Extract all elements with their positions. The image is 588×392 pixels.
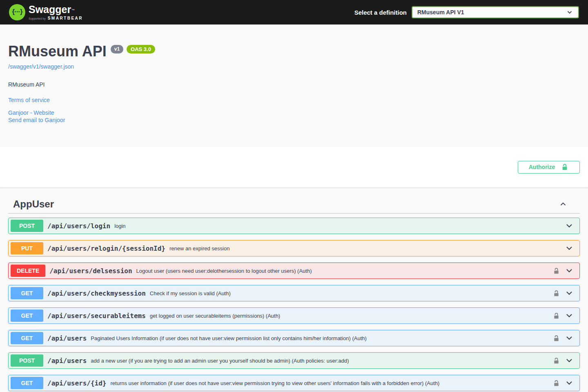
operation-row[interactable]: GET /api/users/{id} returns user informa… [8, 375, 580, 391]
tag-title: AppUser [13, 198, 54, 210]
lock-button[interactable] [552, 312, 560, 320]
tag-section: AppUser POST /api/users/login login PUT … [0, 187, 588, 392]
unlock-icon [552, 379, 560, 387]
method-badge: GET [11, 377, 43, 389]
operation-row[interactable]: DELETE /api/users/delsession Logout user… [8, 263, 580, 279]
scheme-container: Authorize [0, 147, 588, 187]
oas-badge: OAS 3.0 [127, 45, 155, 53]
selected-definition-value: RMuseum API V1 [417, 9, 464, 16]
unlock-icon [552, 290, 560, 297]
endpoint-path: /api/users/relogin/{sessionId} [47, 245, 165, 252]
chevron-down-icon[interactable] [565, 334, 574, 343]
unlock-icon [552, 357, 560, 365]
endpoint-summary: add a new user (if you are trying to add… [91, 358, 349, 364]
method-badge: POST [11, 220, 43, 232]
swagger-wordmark: Swagger ™ Supported by SMARTBEAR [29, 4, 83, 20]
chevron-up-icon [559, 200, 567, 208]
endpoint-path: /api/users/checkmysession [47, 290, 146, 297]
collapse-section-button[interactable] [559, 200, 579, 208]
brand-name: Swagger [29, 4, 71, 16]
swagger-logo: {···} Swagger ™ Supported by SMARTBEAR [9, 4, 83, 20]
website-link[interactable]: Ganjoor - Website [8, 109, 580, 116]
method-badge: PUT [11, 242, 43, 254]
lock-button[interactable] [552, 267, 560, 275]
chevron-down-icon[interactable] [565, 379, 574, 388]
page-title: RMuseum API [8, 43, 107, 60]
endpoint-path: /api/users [47, 334, 87, 342]
endpoint-path: /api/users/login [47, 222, 110, 230]
chevron-down-icon[interactable] [565, 266, 574, 275]
method-badge: GET [11, 310, 43, 322]
operations-list: POST /api/users/login login PUT /api/use… [8, 218, 580, 392]
select-definition-label: Select a definition [354, 9, 407, 16]
authorize-button[interactable]: Authorize [518, 161, 580, 174]
topbar: {···} Swagger ™ Supported by SMARTBEAR S… [0, 0, 588, 24]
api-info-section: RMuseum API v1 OAS 3.0 /swagger/v1/swagg… [0, 24, 588, 147]
chevron-down-icon[interactable] [565, 289, 574, 298]
operation-row[interactable]: POST /api/users add a new user (if you a… [8, 352, 580, 369]
unlock-icon [552, 334, 560, 342]
unlock-icon [552, 312, 560, 320]
operation-row[interactable]: PUT /api/users/relogin/{sessionId} renew… [8, 240, 580, 256]
endpoint-summary: Check if my session is valid (Auth) [150, 290, 231, 296]
swagger-logo-icon: {···} [9, 4, 25, 20]
authorize-label: Authorize [529, 164, 555, 170]
tag-header-appuser[interactable]: AppUser [8, 198, 580, 214]
endpoint-path: /api/users/securableitems [47, 312, 146, 320]
smartbear-wordmark: SMARTBEAR [48, 16, 83, 20]
endpoint-summary: Paginated Users Information (if user doe… [91, 335, 367, 341]
endpoint-summary: renew an expired session [169, 245, 229, 252]
lock-button[interactable] [552, 290, 560, 297]
chevron-down-icon [566, 9, 573, 16]
lock-button[interactable] [552, 334, 560, 342]
version-badge: v1 [111, 45, 123, 53]
terms-of-service-link[interactable]: Terms of service [8, 97, 50, 103]
method-badge: GET [11, 287, 43, 299]
trademark-symbol: ™ [71, 6, 75, 16]
spec-url-link[interactable]: /swagger/v1/swagger.json [8, 63, 74, 70]
email-link[interactable]: Send email to Ganjoor [8, 116, 580, 124]
operation-row[interactable]: POST /api/users/login login [8, 218, 580, 234]
endpoint-summary: login [114, 223, 125, 229]
method-badge: DELETE [11, 265, 45, 277]
chevron-down-icon[interactable] [565, 356, 574, 365]
api-description: RMuseum API [8, 81, 580, 88]
method-badge: POST [11, 354, 43, 367]
endpoint-path: /api/users/delsession [49, 267, 132, 275]
endpoint-path: /api/users [47, 357, 87, 365]
braces-icon: {···} [12, 8, 22, 16]
method-badge: GET [11, 332, 43, 344]
unlock-icon [552, 267, 560, 275]
lock-button[interactable] [552, 379, 560, 387]
chevron-down-icon[interactable] [565, 311, 574, 320]
chevron-down-icon[interactable] [565, 221, 574, 230]
operation-row[interactable]: GET /api/users/securableitems get logged… [8, 307, 580, 324]
operation-row[interactable]: GET /api/users Paginated Users Informati… [8, 330, 580, 346]
supported-by-label: Supported by [29, 17, 46, 20]
chevron-down-icon[interactable] [565, 244, 574, 253]
endpoint-path: /api/users/{id} [47, 379, 107, 387]
endpoint-summary: get logged on user securableitems (permi… [150, 313, 280, 319]
unlock-icon [561, 163, 569, 171]
definition-select[interactable]: RMuseum API V1 [412, 6, 579, 18]
endpoint-summary: Logout user (users need user:delotherses… [136, 268, 312, 274]
operation-row[interactable]: GET /api/users/checkmysession Check if m… [8, 285, 580, 301]
lock-button[interactable] [552, 357, 560, 365]
endpoint-summary: returns user information (if user does n… [111, 380, 440, 386]
